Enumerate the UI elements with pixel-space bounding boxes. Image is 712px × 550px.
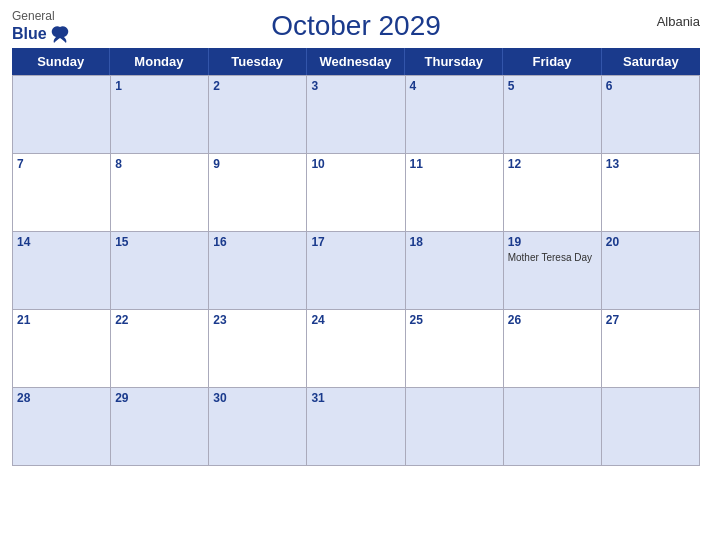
header-row: General Blue October 2029 Albania: [12, 10, 700, 42]
calendar-cell: 23: [209, 310, 307, 388]
cell-number: 17: [311, 235, 400, 249]
cell-number: 14: [17, 235, 106, 249]
calendar-cell: 13: [602, 154, 700, 232]
calendar-cell: 8: [111, 154, 209, 232]
calendar-cell: 5: [504, 76, 602, 154]
calendar-cell: [504, 388, 602, 466]
day-header-wednesday: Wednesday: [307, 48, 405, 75]
day-header-sunday: Sunday: [12, 48, 110, 75]
calendar-cell: 15: [111, 232, 209, 310]
cell-number: 25: [410, 313, 499, 327]
cell-number: 19: [508, 235, 597, 249]
calendar-cell: 24: [307, 310, 405, 388]
calendar-cell: 18: [406, 232, 504, 310]
cell-number: 1: [115, 79, 204, 93]
calendar-container: General Blue October 2029 Albania Sunday…: [0, 0, 712, 550]
calendar-cell: 3: [307, 76, 405, 154]
calendar-cell: 30: [209, 388, 307, 466]
calendar-cell: 14: [13, 232, 111, 310]
calendar-cell: 26: [504, 310, 602, 388]
cell-number: 15: [115, 235, 204, 249]
cell-number: 31: [311, 391, 400, 405]
cell-number: 16: [213, 235, 302, 249]
cell-number: 12: [508, 157, 597, 171]
cell-number: 11: [410, 157, 499, 171]
cell-number: 28: [17, 391, 106, 405]
calendar-cell: 4: [406, 76, 504, 154]
calendar-cell: 2: [209, 76, 307, 154]
day-header-friday: Friday: [503, 48, 601, 75]
cell-number: 2: [213, 79, 302, 93]
cell-number: 29: [115, 391, 204, 405]
calendar-cell: 31: [307, 388, 405, 466]
cell-number: 8: [115, 157, 204, 171]
calendar-cell: 12: [504, 154, 602, 232]
week-row-3: 21222324252627: [13, 310, 700, 388]
calendar-cell: 10: [307, 154, 405, 232]
calendar-title: October 2029: [271, 10, 441, 42]
cell-number: 18: [410, 235, 499, 249]
cell-number: 13: [606, 157, 695, 171]
country-label: Albania: [657, 14, 700, 29]
calendar-cell: 7: [13, 154, 111, 232]
calendar-cell: 11: [406, 154, 504, 232]
cell-number: 26: [508, 313, 597, 327]
calendar-cell: 22: [111, 310, 209, 388]
calendar-cell: 16: [209, 232, 307, 310]
logo-area: General Blue: [12, 10, 71, 45]
day-header-tuesday: Tuesday: [209, 48, 307, 75]
bird-icon: [49, 23, 71, 45]
week-row-2: 141516171819Mother Teresa Day20: [13, 232, 700, 310]
week-row-0: 123456: [13, 76, 700, 154]
cell-number: 24: [311, 313, 400, 327]
day-header-saturday: Saturday: [602, 48, 700, 75]
calendar-cell: 17: [307, 232, 405, 310]
cell-number: 10: [311, 157, 400, 171]
days-header: SundayMondayTuesdayWednesdayThursdayFrid…: [12, 48, 700, 75]
calendar-cell: 6: [602, 76, 700, 154]
calendar-cell: 20: [602, 232, 700, 310]
logo-general: General: [12, 10, 55, 23]
calendar-cell: 29: [111, 388, 209, 466]
calendar-cell: 27: [602, 310, 700, 388]
cell-event: Mother Teresa Day: [508, 251, 597, 264]
calendar-cell: 21: [13, 310, 111, 388]
cell-number: 20: [606, 235, 695, 249]
calendar-cell: 28: [13, 388, 111, 466]
week-row-1: 78910111213: [13, 154, 700, 232]
weeks-container: 12345678910111213141516171819Mother Tere…: [12, 75, 700, 466]
cell-number: 5: [508, 79, 597, 93]
calendar-cell: 25: [406, 310, 504, 388]
cell-number: 4: [410, 79, 499, 93]
week-row-4: 28293031: [13, 388, 700, 466]
calendar-cell: 9: [209, 154, 307, 232]
calendar-cell: [602, 388, 700, 466]
calendar-cell: 1: [111, 76, 209, 154]
cell-number: 9: [213, 157, 302, 171]
cell-number: 22: [115, 313, 204, 327]
logo-blue: Blue: [12, 25, 47, 43]
calendar-cell: [406, 388, 504, 466]
day-header-monday: Monday: [110, 48, 208, 75]
calendar-cell: 19Mother Teresa Day: [504, 232, 602, 310]
cell-number: 3: [311, 79, 400, 93]
cell-number: 23: [213, 313, 302, 327]
cell-number: 30: [213, 391, 302, 405]
cell-number: 6: [606, 79, 695, 93]
cell-number: 21: [17, 313, 106, 327]
calendar-cell: [13, 76, 111, 154]
cell-number: 27: [606, 313, 695, 327]
day-header-thursday: Thursday: [405, 48, 503, 75]
cell-number: 7: [17, 157, 106, 171]
